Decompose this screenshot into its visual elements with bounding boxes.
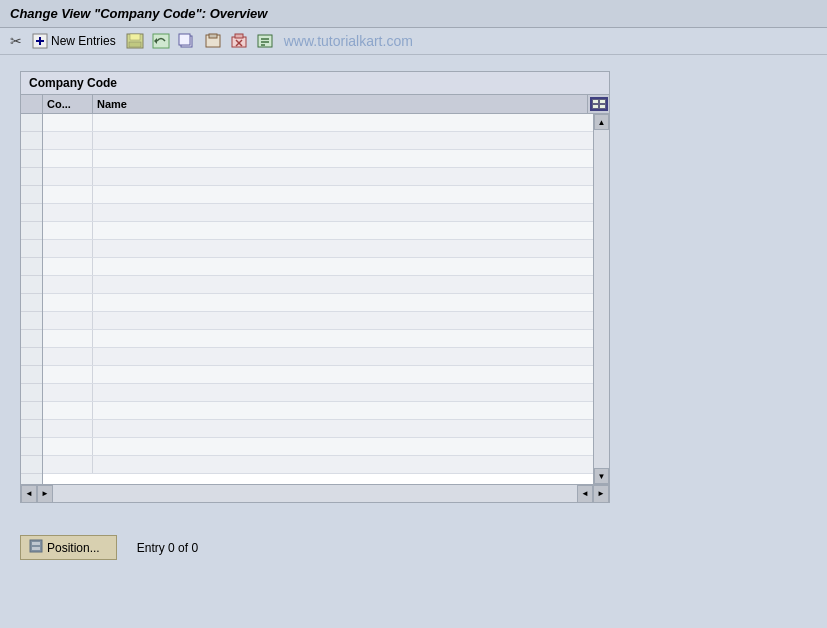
table-row[interactable] bbox=[43, 312, 593, 330]
svg-rect-4 bbox=[130, 34, 140, 40]
row-selector[interactable] bbox=[21, 222, 42, 240]
scissors-icon[interactable]: ✂ bbox=[8, 32, 24, 50]
table-row[interactable] bbox=[43, 258, 593, 276]
row-selector[interactable] bbox=[21, 384, 42, 402]
new-entries-icon bbox=[32, 33, 48, 49]
undo-button[interactable] bbox=[150, 32, 172, 50]
row-selector[interactable] bbox=[21, 420, 42, 438]
svg-rect-11 bbox=[209, 34, 217, 38]
vertical-scrollbar[interactable]: ▲ ▼ bbox=[593, 114, 609, 484]
table-row[interactable] bbox=[43, 348, 593, 366]
svg-rect-5 bbox=[129, 42, 141, 47]
row-selector[interactable] bbox=[21, 168, 42, 186]
position-button-label: Position... bbox=[47, 541, 100, 555]
scroll-up-button[interactable]: ▲ bbox=[594, 114, 609, 130]
row-selector[interactable] bbox=[21, 366, 42, 384]
new-entries-button[interactable]: New Entries bbox=[28, 32, 120, 50]
scroll-left-button[interactable]: ◄ bbox=[21, 485, 37, 503]
column-header-name[interactable]: Name bbox=[93, 95, 587, 113]
scroll-left-end-button[interactable]: ◄ bbox=[577, 485, 593, 503]
table-row[interactable] bbox=[43, 240, 593, 258]
row-selector[interactable] bbox=[21, 294, 42, 312]
row-selectors bbox=[21, 114, 43, 484]
toolbar: ✂ New Entries bbox=[0, 28, 827, 55]
table-row[interactable] bbox=[43, 384, 593, 402]
row-selector[interactable] bbox=[21, 330, 42, 348]
scroll-right-end-button[interactable]: ► bbox=[593, 485, 609, 503]
scroll-track[interactable] bbox=[594, 130, 609, 468]
panel-header: Company Code bbox=[21, 72, 609, 95]
row-selector[interactable] bbox=[21, 204, 42, 222]
paste-button[interactable] bbox=[202, 32, 224, 50]
row-selector[interactable] bbox=[21, 402, 42, 420]
row-selector[interactable] bbox=[21, 114, 42, 132]
row-selector-header bbox=[21, 95, 43, 113]
table-header: Co... Name bbox=[21, 95, 609, 114]
row-selector[interactable] bbox=[21, 240, 42, 258]
svg-rect-20 bbox=[30, 540, 42, 552]
column-settings-icon[interactable] bbox=[587, 95, 609, 113]
page-title: Change View "Company Code": Overview bbox=[10, 6, 267, 21]
table-row[interactable] bbox=[43, 294, 593, 312]
table-row[interactable] bbox=[43, 402, 593, 420]
table-row[interactable] bbox=[43, 204, 593, 222]
title-bar: Change View "Company Code": Overview bbox=[0, 0, 827, 28]
horizontal-scrollbar[interactable]: ◄ ► ◄ ► bbox=[21, 484, 609, 502]
table-row[interactable] bbox=[43, 222, 593, 240]
entry-info: Entry 0 of 0 bbox=[137, 541, 198, 555]
row-selector[interactable] bbox=[21, 276, 42, 294]
table-row[interactable] bbox=[43, 456, 593, 474]
svg-rect-9 bbox=[179, 34, 190, 45]
row-selector[interactable] bbox=[21, 456, 42, 474]
table-row[interactable] bbox=[43, 186, 593, 204]
delete-button[interactable] bbox=[228, 32, 250, 50]
position-button[interactable]: Position... bbox=[20, 535, 117, 560]
row-selector[interactable] bbox=[21, 186, 42, 204]
company-code-panel: Company Code Co... Name bbox=[20, 71, 610, 503]
table-row[interactable] bbox=[43, 276, 593, 294]
row-selector[interactable] bbox=[21, 150, 42, 168]
save-button[interactable] bbox=[124, 32, 146, 50]
bottom-bar: Position... Entry 0 of 0 bbox=[0, 519, 827, 576]
position-icon bbox=[29, 539, 43, 556]
svg-rect-21 bbox=[32, 542, 40, 545]
row-selector[interactable] bbox=[21, 438, 42, 456]
table-row[interactable] bbox=[43, 114, 593, 132]
svg-rect-22 bbox=[32, 547, 40, 550]
scroll-down-button[interactable]: ▼ bbox=[594, 468, 609, 484]
new-entries-label: New Entries bbox=[51, 34, 116, 48]
table-row[interactable] bbox=[43, 330, 593, 348]
table-row[interactable] bbox=[43, 150, 593, 168]
svg-rect-13 bbox=[235, 34, 243, 38]
table-row[interactable] bbox=[43, 132, 593, 150]
table-row[interactable] bbox=[43, 366, 593, 384]
row-selector[interactable] bbox=[21, 132, 42, 150]
table-data-area bbox=[43, 114, 593, 484]
table-row[interactable] bbox=[43, 420, 593, 438]
table-row[interactable] bbox=[43, 438, 593, 456]
table-scroll-area: ▲ ▼ bbox=[21, 114, 609, 484]
row-selector[interactable] bbox=[21, 348, 42, 366]
column-header-co[interactable]: Co... bbox=[43, 95, 93, 113]
row-selector[interactable] bbox=[21, 258, 42, 276]
scroll-right-button[interactable]: ► bbox=[37, 485, 53, 503]
row-selector[interactable] bbox=[21, 312, 42, 330]
main-content: Company Code Co... Name bbox=[0, 55, 827, 519]
watermark-text: www.tutorialkart.com bbox=[284, 33, 413, 49]
export-button[interactable] bbox=[254, 32, 276, 50]
h-scroll-track[interactable] bbox=[53, 485, 577, 502]
table-row[interactable] bbox=[43, 168, 593, 186]
copy-button[interactable] bbox=[176, 32, 198, 50]
